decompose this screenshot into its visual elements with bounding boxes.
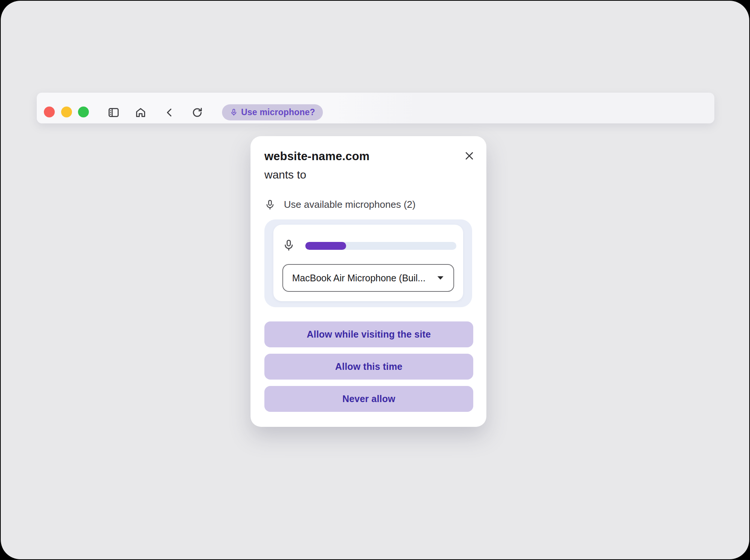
microphone-icon [264, 199, 276, 210]
allow-this-time-button[interactable]: Allow this time [264, 354, 473, 380]
permission-request-row: Use available microphones (2) [264, 199, 416, 210]
site-name: website-name.com [264, 150, 370, 163]
home-icon [134, 106, 147, 119]
permission-label: Use available microphones (2) [284, 199, 416, 210]
microphone-icon [282, 239, 295, 252]
mic-level-fill [305, 242, 346, 250]
mic-device-select-value: MacBook Air Microphone (Buil... [292, 273, 426, 284]
screenshot-frame: Use microphone? website-name.com wants t… [0, 0, 750, 560]
close-icon [464, 150, 475, 161]
dialog-subtitle: wants to [264, 168, 306, 181]
reload-icon [191, 106, 204, 119]
mic-device-select[interactable]: MacBook Air Microphone (Buil... [282, 264, 454, 292]
mic-permission-chip-label: Use microphone? [241, 107, 315, 117]
chevron-down-icon [437, 276, 444, 280]
browser-toolbar: Use microphone? [37, 93, 714, 123]
mic-permission-chip[interactable]: Use microphone? [222, 104, 323, 120]
sidebar-toggle-button[interactable] [107, 106, 120, 119]
back-icon [163, 106, 176, 119]
window-close-button[interactable] [44, 107, 55, 117]
mic-preview-card: MacBook Air Microphone (Buil... [273, 225, 463, 301]
reload-button[interactable] [190, 106, 204, 119]
home-button[interactable] [134, 106, 147, 119]
allow-while-visiting-button[interactable]: Allow while visiting the site [264, 321, 473, 347]
window-minimize-button[interactable] [61, 107, 72, 117]
mic-level-meter [305, 242, 456, 250]
window-zoom-button[interactable] [78, 107, 89, 117]
mic-preview-panel: MacBook Air Microphone (Buil... [264, 219, 472, 307]
sidebar-icon [107, 106, 120, 119]
desktop-background: Use microphone? website-name.com wants t… [1, 1, 749, 559]
dialog-close-button[interactable] [461, 147, 477, 164]
permission-dialog: website-name.com wants to Use available … [250, 136, 486, 427]
never-allow-button[interactable]: Never allow [264, 386, 473, 412]
microphone-icon [230, 108, 238, 116]
back-button[interactable] [163, 106, 176, 119]
